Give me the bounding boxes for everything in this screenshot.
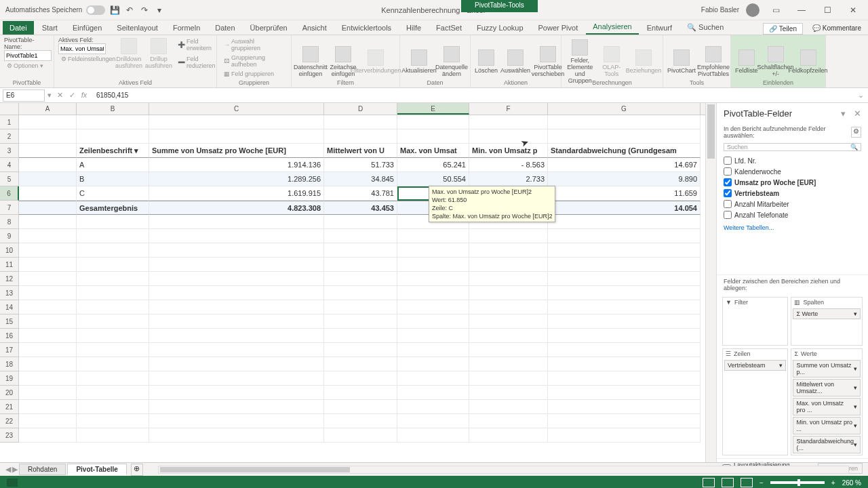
- tab-fuzzy[interactable]: Fuzzy Lookup: [470, 21, 530, 35]
- row-header-14[interactable]: 14: [0, 300, 19, 314]
- autosave-toggle[interactable]: Automatisches Speichern: [5, 5, 105, 15]
- field-item[interactable]: Anzahl Telefonate: [724, 209, 861, 220]
- row-header-20[interactable]: 20: [0, 386, 19, 400]
- cell[interactable]: [324, 386, 397, 400]
- cell[interactable]: [149, 115, 324, 129]
- zoom-in-icon[interactable]: +: [831, 479, 835, 487]
- cell[interactable]: [469, 386, 548, 400]
- field-checkbox[interactable]: [724, 189, 732, 197]
- cell[interactable]: [149, 272, 324, 286]
- cell[interactable]: [77, 286, 149, 300]
- cell[interactable]: [19, 371, 77, 386]
- row-header-15[interactable]: 15: [0, 314, 19, 329]
- cell[interactable]: [469, 115, 548, 129]
- cell[interactable]: [149, 229, 324, 243]
- tab-pagelayout[interactable]: Seitenlayout: [110, 21, 165, 35]
- col-header-A[interactable]: A: [19, 103, 77, 115]
- cell[interactable]: [548, 414, 701, 428]
- cell[interactable]: [548, 371, 701, 386]
- share-button[interactable]: 🔗 Teilen: [763, 23, 803, 35]
- chevron-down-icon[interactable]: ▾: [854, 403, 857, 410]
- cell[interactable]: [324, 272, 397, 286]
- cell[interactable]: [397, 371, 469, 386]
- chevron-down-icon[interactable]: ▾: [854, 384, 857, 391]
- cell[interactable]: [19, 186, 77, 201]
- cell[interactable]: [397, 414, 469, 428]
- cell[interactable]: [77, 329, 149, 343]
- field-checkbox[interactable]: [724, 211, 732, 219]
- cell[interactable]: [19, 243, 77, 258]
- field-checkbox[interactable]: [724, 178, 732, 186]
- cell[interactable]: [324, 115, 397, 129]
- chevron-down-icon[interactable]: ▾: [854, 365, 857, 372]
- row-header-7[interactable]: 7: [0, 201, 19, 215]
- tab-developer[interactable]: Entwicklertools: [335, 21, 398, 35]
- cell[interactable]: [149, 428, 324, 443]
- cell[interactable]: [469, 400, 548, 414]
- cell[interactable]: [324, 314, 397, 329]
- tab-powerpivot[interactable]: Power Pivot: [532, 21, 585, 35]
- cell[interactable]: [324, 129, 397, 144]
- cell[interactable]: A: [77, 158, 149, 172]
- more-tables-link[interactable]: Weitere Tabellen...: [717, 222, 868, 234]
- cell[interactable]: [19, 115, 77, 129]
- field-checkbox[interactable]: [724, 200, 732, 208]
- tab-analyze[interactable]: Analysieren: [586, 20, 638, 35]
- add-sheet-button[interactable]: ⊕: [131, 464, 143, 476]
- cell[interactable]: [19, 258, 77, 272]
- cell[interactable]: [149, 258, 324, 272]
- cell[interactable]: [324, 357, 397, 371]
- row-header-2[interactable]: 2: [0, 129, 19, 144]
- cell[interactable]: [397, 400, 469, 414]
- cell[interactable]: 9.890: [548, 172, 701, 186]
- undo-icon[interactable]: ↶: [124, 5, 135, 16]
- cell[interactable]: 14.697: [548, 158, 701, 172]
- cell[interactable]: [469, 314, 548, 329]
- row-header-17[interactable]: 17: [0, 343, 19, 357]
- row-header-12[interactable]: 12: [0, 272, 19, 286]
- cell[interactable]: [397, 329, 469, 343]
- values-area-item[interactable]: Mittelwert von Umsatz...▾: [793, 379, 861, 396]
- values-area-item[interactable]: Max. von Umsatz pro ...▾: [793, 398, 861, 415]
- cell[interactable]: [19, 386, 77, 400]
- cell[interactable]: [469, 300, 548, 314]
- cell[interactable]: [324, 400, 397, 414]
- cell[interactable]: [149, 314, 324, 329]
- cell[interactable]: [77, 115, 149, 129]
- cell[interactable]: 34.845: [324, 172, 397, 186]
- field-settings-button[interactable]: ⚙ Feldeinstellungen: [58, 54, 113, 64]
- col-header-G[interactable]: G: [548, 103, 701, 115]
- cell[interactable]: [548, 386, 701, 400]
- save-icon[interactable]: 💾: [109, 5, 120, 16]
- cell[interactable]: [469, 371, 548, 386]
- cell[interactable]: [19, 286, 77, 300]
- cell[interactable]: [397, 314, 469, 329]
- cell[interactable]: [77, 428, 149, 443]
- cell[interactable]: [548, 258, 701, 272]
- cell[interactable]: [324, 371, 397, 386]
- zoom-out-icon[interactable]: −: [760, 479, 764, 487]
- tab-insert[interactable]: Einfügen: [66, 21, 108, 35]
- row-header-1[interactable]: 1: [0, 115, 19, 129]
- cell[interactable]: [548, 329, 701, 343]
- cell[interactable]: [324, 414, 397, 428]
- row-header-18[interactable]: 18: [0, 357, 19, 371]
- comments-button[interactable]: 💬 Kommentare: [808, 23, 865, 35]
- cell[interactable]: [548, 314, 701, 329]
- row-header-23[interactable]: 23: [0, 428, 19, 443]
- cell[interactable]: [77, 243, 149, 258]
- cell[interactable]: [77, 371, 149, 386]
- cell[interactable]: [397, 115, 469, 129]
- cell[interactable]: [77, 258, 149, 272]
- cell[interactable]: [469, 343, 548, 357]
- cell[interactable]: [469, 357, 548, 371]
- cell[interactable]: [19, 215, 77, 229]
- cell[interactable]: [397, 229, 469, 243]
- cell[interactable]: - 8.563: [469, 158, 548, 172]
- cell[interactable]: Gesamtergebnis: [77, 201, 149, 215]
- sheet-tab-pivot[interactable]: Pivot-Tabelle: [67, 464, 127, 475]
- horizontal-scrollbar[interactable]: [158, 466, 849, 474]
- field-checkbox[interactable]: [724, 157, 732, 165]
- tab-start[interactable]: Start: [35, 21, 64, 35]
- fx-icon[interactable]: fx: [79, 91, 90, 100]
